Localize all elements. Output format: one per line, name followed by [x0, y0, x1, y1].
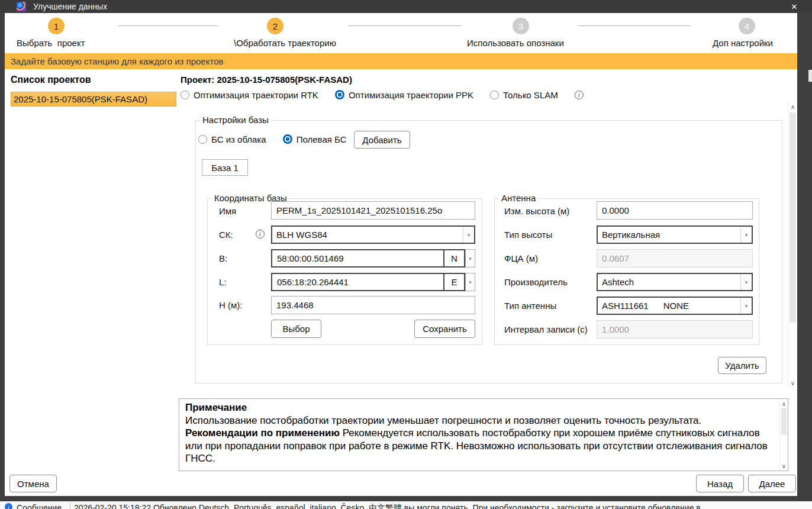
project-list-heading: Список проектов	[11, 75, 91, 85]
height-input[interactable]	[271, 296, 475, 314]
radio-field-base-label: Полевая БС	[297, 134, 347, 144]
wizard-connector-2	[348, 25, 462, 26]
next-button[interactable]: Далее	[748, 475, 796, 492]
antenna-type-value: ASH111661 NONE	[598, 298, 740, 314]
wizard-step-2-label: \Обработать траекторию	[234, 38, 336, 48]
trajectory-mode-options: Оптимизация траектории RTK Оптимизация т…	[181, 89, 584, 101]
scroll-down-icon[interactable]: ∨	[780, 461, 788, 471]
radio-slam-circle[interactable]	[490, 91, 499, 99]
message-info-icon: i	[5, 503, 12, 509]
crs-combobox[interactable]: BLH WGS84 ▾	[271, 225, 475, 244]
add-base-button[interactable]: Добавить	[354, 131, 410, 149]
wizard-connector-3	[578, 25, 690, 26]
l-label: L:	[219, 277, 227, 287]
radio-cloud-base[interactable]: БС из облака	[198, 134, 266, 144]
crs-info-icon[interactable]: i	[256, 230, 265, 239]
radio-cloud-base-label: БС из облака	[211, 134, 266, 144]
radio-cloud-base-circle[interactable]	[198, 135, 207, 144]
base-settings-legend: Настройки базы	[200, 115, 271, 125]
radio-rtk[interactable]: Оптимизация траектории RTK	[181, 90, 318, 100]
measured-height-label: Изм. высота (м)	[504, 206, 569, 216]
window-title: Улучшение данных	[33, 0, 107, 13]
chevron-down-icon[interactable]: ▾	[740, 298, 752, 314]
antenna-type-combobox[interactable]: ASH111661 NONE ▾	[597, 297, 753, 315]
record-interval-input	[597, 320, 753, 339]
radio-slam[interactable]: Только SLAM	[490, 90, 558, 100]
radio-rtk-label: Оптимизация траектории RTK	[194, 90, 318, 100]
save-coords-button[interactable]: Сохранить	[414, 320, 475, 338]
scroll-up-icon[interactable]: ∧	[788, 102, 797, 111]
latitude-hemisphere-box[interactable]: N	[443, 249, 465, 268]
manufacturer-label: Производитель	[504, 277, 568, 287]
status-label: Сообщение	[17, 502, 62, 509]
settings-scrollbar[interactable]: ∧ ∨	[788, 102, 797, 388]
scroll-down-icon[interactable]: ∨	[788, 378, 797, 388]
apc-label: ФЦА (м)	[504, 253, 538, 263]
b-label: B:	[219, 253, 227, 263]
antenna-legend: Антенна	[499, 193, 538, 203]
back-button[interactable]: Назад	[696, 475, 744, 492]
status-bar: i Сообщение 2026-02-20 15:18:22 Обновлен…	[0, 501, 812, 509]
chevron-down-icon[interactable]: ▾	[740, 227, 752, 243]
wizard-step-3-label: Использовать опознаки	[467, 38, 564, 48]
wizard-step-3-circle[interactable]: 3	[513, 18, 529, 34]
manufacturer-combobox[interactable]: Ashtech ▾	[597, 273, 753, 291]
title-bar: Улучшение данных ✕	[0, 0, 812, 13]
background-window-fragment	[808, 70, 812, 82]
close-icon[interactable]: ✕	[786, 0, 803, 13]
cancel-button[interactable]: Отмена	[9, 475, 57, 492]
h-label: H (м):	[219, 300, 242, 310]
radio-ppk[interactable]: Оптимизация траектории PPK	[335, 90, 473, 100]
note-box: Примечание Использование постобработки т…	[179, 398, 788, 471]
wizard-step-2-circle[interactable]: 2	[267, 18, 283, 34]
radio-ppk-label: Оптимизация траектории PPK	[349, 90, 473, 100]
radio-ppk-circle[interactable]	[335, 90, 344, 99]
wizard-step-1-label: Выбрать проект	[17, 38, 85, 48]
note-scrollbar-thumb[interactable]	[781, 408, 787, 435]
measured-height-input[interactable]	[597, 201, 753, 220]
base-name-input[interactable]	[271, 201, 475, 220]
delete-base-button[interactable]: Удалить	[718, 357, 766, 374]
app-logo-icon	[17, 2, 26, 11]
latitude-input[interactable]	[271, 249, 444, 268]
longitude-hemisphere-box[interactable]: E	[443, 273, 465, 291]
chevron-down-icon[interactable]: ▾	[463, 227, 474, 243]
record-interval-label: Интервал записи (с)	[504, 324, 588, 334]
mode-info-icon[interactable]: i	[575, 91, 584, 99]
note-recommendations-heading: Рекомендации по применению	[185, 427, 340, 439]
crs-combobox-value: BLH WGS84	[272, 227, 463, 243]
screen: Улучшение данных ✕ 1 2 3 4 Выбрать проек…	[0, 0, 812, 509]
project-list-item[interactable]: 2025-10-15-075805(PSK-FASAD)	[11, 92, 176, 107]
height-type-value: Вертикальная	[598, 227, 740, 243]
note-line-1: Использование постобработки траектории у…	[185, 414, 775, 427]
note-scrollbar[interactable]: ∧ ∨	[779, 399, 788, 471]
project-title: Проект: 2025-10-15-075805(PSK-FASAD)	[181, 75, 352, 85]
instruction-banner: Задайте базовую станцию для каждого из п…	[5, 53, 797, 69]
crs-label: СК:	[219, 230, 233, 240]
status-message: 2026-02-20 15:18:22 Обновлено Deutsch, P…	[70, 502, 710, 509]
height-type-combobox[interactable]: Вертикальная ▾	[597, 225, 753, 244]
tab-base-1[interactable]: База 1	[202, 159, 248, 176]
base-source-options: БС из облака Полевая БС	[198, 133, 363, 145]
chevron-down-icon[interactable]: ▾	[465, 273, 475, 291]
wizard-step-1-circle[interactable]: 1	[48, 18, 65, 34]
longitude-input[interactable]	[271, 273, 444, 291]
settings-scrollbar-thumb[interactable]	[790, 112, 796, 323]
radio-field-base-circle[interactable]	[283, 134, 292, 144]
note-text: Примечание Использование постобработки т…	[185, 401, 775, 465]
antenna-type-label: Тип антенны	[504, 301, 556, 311]
name-label: Имя	[219, 206, 236, 216]
wizard-step-4-label: Доп настройки	[713, 38, 773, 48]
note-recommendations: Рекомендации по применению Рекомендуется…	[185, 427, 775, 465]
height-type-label: Тип высоты	[504, 230, 552, 240]
chevron-down-icon[interactable]: ▾	[465, 249, 475, 268]
wizard-step-4-circle[interactable]: 4	[739, 18, 755, 34]
chevron-down-icon[interactable]: ▾	[740, 274, 752, 290]
radio-slam-label: Только SLAM	[503, 90, 558, 100]
radio-rtk-circle[interactable]	[181, 91, 189, 99]
wizard-connector-1	[118, 25, 218, 26]
radio-field-base[interactable]: Полевая БС	[283, 134, 347, 144]
select-coords-button[interactable]: Выбор	[271, 320, 321, 338]
manufacturer-value: Ashtech	[598, 274, 740, 290]
scroll-up-icon[interactable]: ∧	[780, 399, 788, 408]
